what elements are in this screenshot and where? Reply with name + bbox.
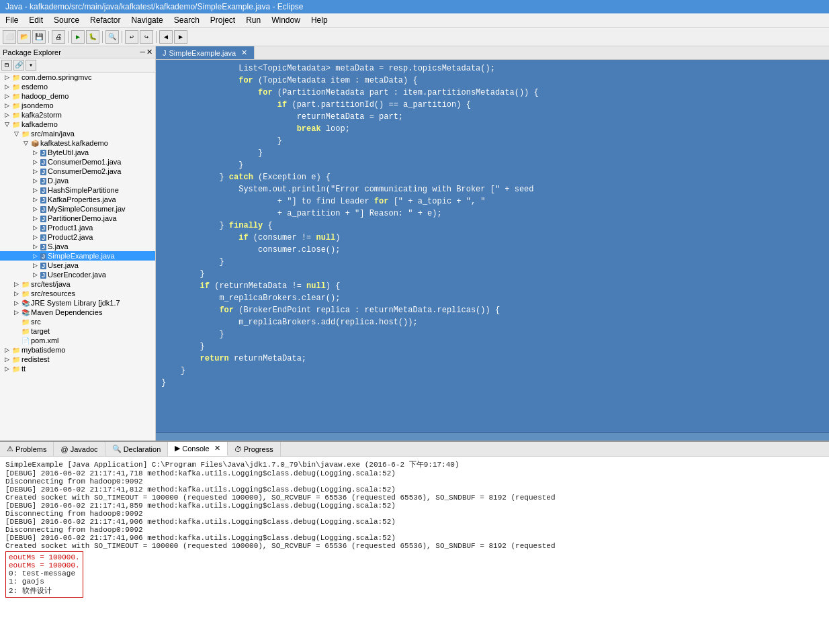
console-close-icon[interactable]: ✕ [214, 444, 220, 453]
toolbar-btn-save[interactable]: 💾 [32, 30, 46, 44]
toolbar-btn-new[interactable]: ⬜ [3, 30, 16, 44]
bottom-tab-problems[interactable]: ⚠ Problems [0, 442, 54, 456]
tree-toggle-icon: ▽ [21, 140, 30, 146]
tree-item[interactable]: ▷JKafkaProperties.java [0, 195, 155, 204]
tree-item[interactable]: ▷JUser.java [0, 261, 155, 270]
pe-collapse-icon[interactable]: ⊟ [1, 60, 12, 71]
pe-link-icon[interactable]: 🔗 [13, 60, 24, 71]
tree-item[interactable]: ▽📁 src/main/java [0, 129, 155, 138]
tree-item[interactable]: ▷JUserEncoder.java [0, 270, 155, 279]
tree-item-icon: J [40, 243, 46, 250]
toolbar-btn-print[interactable]: 🖨 [52, 30, 65, 44]
tree-item-label: SimpleExample.java [48, 252, 115, 260]
menu-run[interactable]: Run [243, 15, 263, 26]
tree-item[interactable]: ▷JS.java [0, 242, 155, 251]
tree-item[interactable]: ▷📁 com.demo.springmvc [0, 73, 155, 82]
javadoc-icon: @ [60, 445, 68, 453]
bottom-tab-javadoc[interactable]: @ Javadoc [54, 442, 105, 456]
code-editor[interactable]: List<TopicMetadata> metaData = resp.topi… [156, 60, 829, 432]
pe-title: Package Explorer [3, 48, 61, 56]
tree-item[interactable]: ▷JHashSimplePartitione [0, 185, 155, 195]
tree-item-icon: 📁 [12, 121, 20, 128]
console-line: [DEBUG] 2016-06-02 21:17:41,906 method:k… [5, 518, 824, 526]
editor-tab-close-icon[interactable]: ✕ [241, 48, 247, 57]
tree-item-label: kafka2storm [21, 111, 62, 119]
tree-item[interactable]: ▷📁 esdemo [0, 82, 155, 91]
tree-item[interactable]: ▷JD.java [0, 176, 155, 185]
tree-item[interactable]: ▷JProduct2.java [0, 232, 155, 242]
editor-tab-label: SimpleExample.java [169, 49, 236, 57]
code-line: if (part.partitionId() == a_partition) { [161, 99, 824, 111]
menu-project[interactable]: Project [208, 15, 238, 26]
menu-search[interactable]: Search [171, 15, 202, 26]
tree-item[interactable]: ▷JSimpleExample.java [0, 251, 155, 261]
tree-item[interactable]: ▷📁 hadoop_demo [0, 91, 155, 101]
toolbar-btn-undo[interactable]: ↩ [125, 30, 138, 44]
tree-item[interactable]: ▷JByteUtil.java [0, 148, 155, 157]
tree-item[interactable]: ▷📁 mybatisdemo [0, 345, 155, 355]
tree-item[interactable]: ▷JMySimpleConsumer.jav [0, 204, 155, 214]
menu-window[interactable]: Window [269, 15, 303, 26]
bottom-tab-declaration[interactable]: 🔍 Declaration [105, 442, 169, 456]
bottom-tabs: ⚠ Problems @ Javadoc 🔍 Declaration ▶ Con… [0, 442, 829, 457]
tree-toggle-icon: ▷ [3, 111, 11, 118]
pe-menu-icon[interactable]: ▾ [26, 60, 36, 71]
tree-item-icon: 📁 [21, 281, 30, 288]
editor-scrollbar[interactable] [156, 432, 829, 441]
tree-item[interactable]: 📄 pom.xml [0, 336, 155, 345]
tree-item-label: UserEncoder.java [48, 271, 106, 279]
pe-minimize-icon[interactable]: ─ [140, 48, 145, 56]
tree-toggle-icon: ▷ [12, 290, 20, 297]
tree-item[interactable]: ▷📁 kafka2storm [0, 110, 155, 120]
tree-toggle-icon: ▷ [3, 74, 11, 81]
toolbar-btn-run[interactable]: ▶ [71, 30, 85, 44]
tree-item[interactable]: ▷📁 src/resources [0, 289, 155, 298]
tree-item-icon: J [40, 168, 46, 175]
toolbar-btn-open[interactable]: 📂 [17, 30, 31, 44]
menu-navigate[interactable]: Navigate [128, 15, 165, 26]
tree-item[interactable]: ▷📚 Maven Dependencies [0, 308, 155, 317]
menu-file[interactable]: File [3, 15, 21, 26]
toolbar-btn-prev[interactable]: ◀ [159, 30, 173, 44]
tree-toggle-icon: ▷ [3, 93, 11, 99]
code-line: return returnMetaData; [161, 353, 824, 365]
tree-item-label: redistest [21, 355, 50, 363]
menu-source[interactable]: Source [51, 15, 82, 26]
editor-tab-simpleexample[interactable]: J SimpleExample.java ✕ [156, 46, 255, 59]
tree-item[interactable]: ▽📁 kafkademo [0, 120, 155, 129]
title-bar: Java - kafkademo/src/main/java/kafkatest… [0, 0, 829, 13]
tree-item-label: src/test/java [31, 280, 71, 288]
pe-close-icon[interactable]: ✕ [146, 48, 152, 56]
bottom-tab-console[interactable]: ▶ Console ✕ [168, 442, 227, 456]
tree-item[interactable]: 📁 src [0, 317, 155, 326]
code-line: } [161, 328, 824, 340]
tree-item-icon: 📁 [12, 347, 20, 354]
toolbar-btn-redo[interactable]: ↪ [140, 30, 153, 44]
tree-item[interactable]: ▷📁 src/test/java [0, 279, 155, 289]
code-line: } [161, 159, 824, 171]
menu-edit[interactable]: Edit [26, 15, 46, 26]
toolbar-btn-next[interactable]: ▶ [174, 30, 187, 44]
progress-icon: ⏱ [234, 445, 242, 453]
tree-item[interactable]: ▷JProduct1.java [0, 223, 155, 232]
tree-item[interactable]: ▽📦 kafkatest.kafkademo [0, 138, 155, 148]
console-line: Disconnecting from hadoop0:9092 [5, 510, 824, 518]
tree-item[interactable]: ▷📁 tt [0, 364, 155, 373]
tree-item[interactable]: ▷📁 jsondemo [0, 101, 155, 110]
tree-item[interactable]: 📁 target [0, 326, 155, 336]
tree-item[interactable]: ▷📁 redistest [0, 355, 155, 364]
code-line: } [161, 256, 824, 268]
console-content[interactable]: SimpleExample [Java Application] C:\Prog… [0, 457, 829, 644]
code-line: for (PartitionMetadata part : item.parti… [161, 87, 824, 99]
tree-item[interactable]: ▷JConsumerDemo1.java [0, 157, 155, 167]
tree-item[interactable]: ▷📚 JRE System Library [jdk1.7 [0, 298, 155, 308]
menu-refactor[interactable]: Refactor [87, 15, 123, 26]
editor-tabs: J SimpleExample.java ✕ [156, 46, 829, 60]
tree-item[interactable]: ▷JConsumerDemo2.java [0, 167, 155, 176]
menu-help[interactable]: Help [308, 15, 331, 26]
bottom-tab-progress[interactable]: ⏱ Progress [228, 442, 281, 456]
tree-item-label: kafkademo [21, 120, 58, 128]
tree-item[interactable]: ▷JPartitionerDemo.java [0, 214, 155, 223]
toolbar-btn-search[interactable]: 🔍 [105, 30, 119, 44]
toolbar-btn-debug[interactable]: 🐛 [86, 30, 99, 44]
